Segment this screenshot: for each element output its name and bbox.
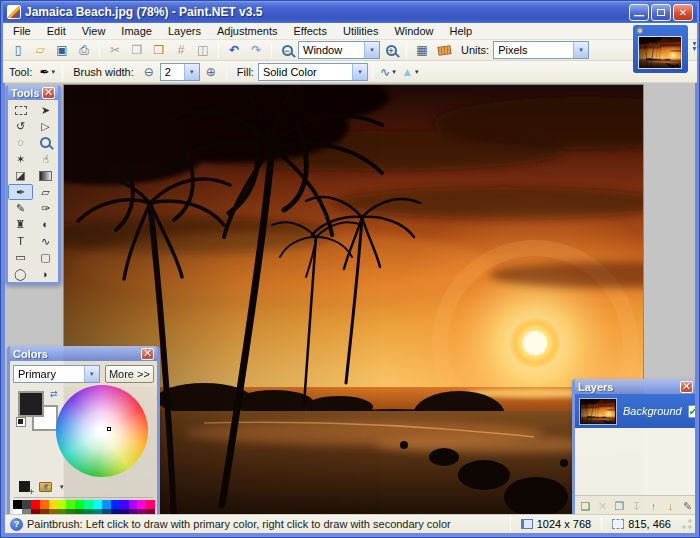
palette-swatch[interactable] <box>66 500 75 509</box>
print-button[interactable]: ⎙ <box>74 41 94 59</box>
zoom-out-button[interactable]: − <box>277 41 297 59</box>
brush-width-increase-button[interactable]: ⊕ <box>201 63 221 81</box>
tool-magic-wand[interactable]: ✶ <box>8 151 33 167</box>
color-wheel[interactable] <box>56 385 148 477</box>
menu-item-file[interactable]: File <box>5 24 39 38</box>
layers-window-titlebar[interactable]: Layers ✕ <box>575 379 695 394</box>
save-button[interactable]: ▣ <box>52 41 72 59</box>
palette-swatch[interactable] <box>120 500 129 509</box>
add-layer-button[interactable]: ❏ <box>578 499 593 515</box>
zoom-mode-combobox[interactable]: Window▾ <box>298 41 380 59</box>
tools-window-titlebar[interactable]: Tools ✕ <box>8 85 58 100</box>
palette-swatch[interactable] <box>75 500 84 509</box>
open-image-thumbnail[interactable]: ✶ <box>633 25 688 73</box>
image-list-chevron-icon[interactable]: ▾▾ <box>690 41 699 51</box>
tool-eraser[interactable]: ▱ <box>33 184 58 200</box>
color-mode-combobox[interactable]: Primary▾ <box>13 365 100 383</box>
blend-mode-button[interactable]: ∿▾ <box>378 63 398 81</box>
palette-swatch[interactable] <box>49 500 58 509</box>
swap-colors-icon[interactable]: ⇄ <box>50 389 58 399</box>
resize-grip[interactable] <box>681 518 693 530</box>
palette-swatch[interactable] <box>111 500 120 509</box>
palette-swatch[interactable] <box>146 500 155 509</box>
tool-line-curve[interactable]: ∿ <box>33 233 58 249</box>
tool-freeform-shape[interactable]: ◗ <box>33 266 58 282</box>
palette-swatch[interactable] <box>93 500 102 509</box>
duplicate-layer-button[interactable]: ❐ <box>612 499 627 515</box>
menu-item-layers[interactable]: Layers <box>160 24 209 38</box>
brush-width-combobox[interactable]: 2▾ <box>160 63 200 81</box>
title-bar[interactable]: Jamaica Beach.jpg (78%) - Paint.NET v3.5… <box>3 1 697 23</box>
palette-swatch[interactable] <box>137 500 146 509</box>
menu-item-utilities[interactable]: Utilities <box>335 24 386 38</box>
redo-button[interactable]: ↷ <box>246 41 266 59</box>
new-button[interactable]: ▯ <box>8 41 28 59</box>
layer-row-background[interactable]: Background ✔ <box>575 394 695 428</box>
tool-rounded-rectangle[interactable]: ▢ <box>33 250 58 266</box>
tool-pan[interactable]: ☝ <box>33 151 58 167</box>
menu-item-image[interactable]: Image <box>113 24 160 38</box>
palette-swatch[interactable] <box>13 500 22 509</box>
brush-width-decrease-button[interactable]: ⊖ <box>139 63 159 81</box>
units-combobox[interactable]: Pixels▾ <box>493 41 589 59</box>
grid-toggle-button[interactable]: ▦ <box>412 41 432 59</box>
reset-colors-icon[interactable] <box>16 417 26 427</box>
colors-window-titlebar[interactable]: Colors ✕ <box>10 346 157 361</box>
more-button[interactable]: More >> <box>105 365 154 383</box>
open-button[interactable]: ▱ <box>30 41 50 59</box>
tool-ellipse-select[interactable]: ◌ <box>8 135 33 151</box>
tool-text[interactable]: T <box>8 233 33 249</box>
zoom-in-button[interactable]: + <box>381 41 401 59</box>
delete-layer-button[interactable]: ✕ <box>595 499 610 515</box>
ruler-toggle-button[interactable] <box>434 41 454 59</box>
tool-pencil[interactable]: ✎ <box>8 200 33 216</box>
paste-button[interactable]: ❒ <box>149 41 169 59</box>
undo-button[interactable]: ↶ <box>224 41 244 59</box>
deselect-button[interactable]: ◫ <box>193 41 213 59</box>
primary-color-swatch[interactable] <box>18 391 44 417</box>
tools-close-button[interactable]: ✕ <box>42 87 55 99</box>
palette-swatch[interactable] <box>102 500 111 509</box>
tool-zoom[interactable] <box>33 135 58 151</box>
tool-clone-stamp[interactable]: ♜ <box>8 217 33 233</box>
menu-item-adjustments[interactable]: Adjustments <box>209 24 286 38</box>
tool-move-selection[interactable]: ▷ <box>33 118 58 134</box>
tool-ellipse[interactable]: ◯ <box>8 266 33 282</box>
palettes-button[interactable] <box>37 479 54 494</box>
tool-gradient[interactable] <box>33 168 58 184</box>
tool-paint-bucket[interactable]: ◪ <box>8 168 33 184</box>
merge-layer-down-button[interactable]: ↧ <box>629 499 644 515</box>
palette-swatch[interactable] <box>84 500 93 509</box>
cut-button[interactable]: ✂ <box>105 41 125 59</box>
add-color-button[interactable] <box>16 479 33 494</box>
palette-swatch[interactable] <box>31 500 40 509</box>
fill-style-combobox[interactable]: Solid Color▾ <box>258 63 368 81</box>
tool-recolor[interactable]: ◐ <box>33 217 58 233</box>
tool-rectangle[interactable]: ▭ <box>8 250 33 266</box>
current-tool-button[interactable]: ✒▾ <box>37 63 57 81</box>
antialiasing-button[interactable]: ▲▾ <box>400 63 420 81</box>
tool-color-picker[interactable]: ✑ <box>33 200 58 216</box>
maximize-button[interactable] <box>651 4 671 21</box>
minimize-button[interactable]: — <box>629 4 649 21</box>
palette-swatch[interactable] <box>129 500 138 509</box>
tool-paintbrush[interactable]: ✒ <box>8 184 33 200</box>
palette-swatch[interactable] <box>57 500 66 509</box>
move-layer-down-button[interactable]: ↓ <box>663 499 678 515</box>
menu-item-window[interactable]: Window <box>386 24 441 38</box>
menu-item-help[interactable]: Help <box>442 24 481 38</box>
crop-button[interactable]: # <box>171 41 191 59</box>
menu-item-edit[interactable]: Edit <box>39 24 74 38</box>
close-button[interactable]: ✕ <box>673 4 693 21</box>
chevron-down-icon[interactable]: ▾ <box>60 483 64 491</box>
tool-rectangle-select[interactable] <box>8 102 33 118</box>
palette-swatch[interactable] <box>22 500 31 509</box>
colors-close-button[interactable]: ✕ <box>141 348 154 360</box>
layers-close-button[interactable]: ✕ <box>680 381 693 393</box>
menu-item-view[interactable]: View <box>74 24 114 38</box>
menu-item-effects[interactable]: Effects <box>286 24 335 38</box>
palette-swatch[interactable] <box>40 500 49 509</box>
layer-visibility-checkbox[interactable]: ✔ <box>688 405 695 418</box>
tool-move-selected-pixels[interactable]: ➤ <box>33 102 58 118</box>
layer-properties-button[interactable]: ✎ <box>680 499 695 515</box>
